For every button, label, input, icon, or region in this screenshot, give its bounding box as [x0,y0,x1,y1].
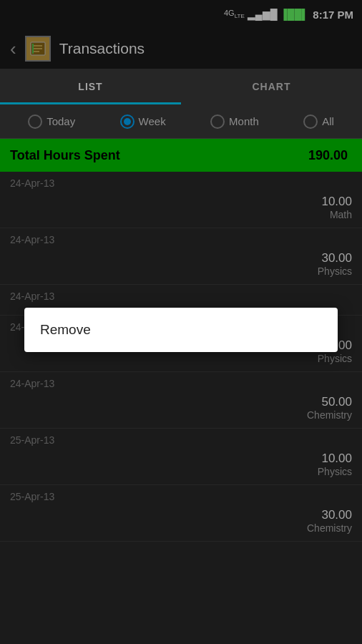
context-menu: Remove [24,308,338,352]
remove-button[interactable]: Remove [24,308,338,352]
